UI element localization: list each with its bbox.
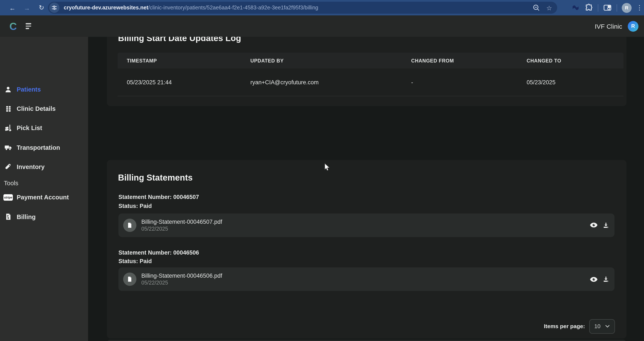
extensions-puzzle-icon[interactable] [584,4,593,12]
hand-truck-icon [4,124,13,132]
sidebar-nav: Patients Clinic Details P [0,37,88,341]
side-panel-search-icon[interactable] [603,4,612,12]
statement-status-line: Status: Paid [118,203,152,209]
stripe-badge-icon: stripe [4,194,13,200]
sidebar-item-transportation[interactable]: Transportation [0,140,88,155]
sidebar-item-label: Pick List [17,124,42,131]
url-text: cryofuture-dev.azurewebsites.net/clinic-… [64,5,318,11]
statement-status-value: Paid [140,203,152,209]
log-table-header: TIMESTAMP UPDATED BY CHANGED FROM CHANGE… [118,53,624,69]
chevron-down-icon [605,325,610,328]
browser-menu-button[interactable]: ⋮ [636,4,640,12]
column-header: CHANGED TO [526,58,624,63]
site-info-button[interactable] [49,3,60,13]
statement-status-line: Status: Paid [118,258,152,265]
download-file-icon[interactable] [602,221,610,229]
sidebar-item-patients[interactable]: Patients [0,82,88,97]
toolbar-divider [617,4,617,11]
column-header: CHANGED FROM [411,58,526,63]
statement-number-line: Statement Number: 00046507 [118,194,199,200]
forward-button[interactable]: → [22,4,32,11]
sidebar-item-inventory[interactable]: Inventory [0,160,88,174]
app-logo-icon[interactable]: C [10,21,17,32]
sidebar-item-label: Payment Account [17,194,69,201]
address-bar[interactable]: cryofuture-dev.azurewebsites.net/clinic-… [48,2,557,14]
items-per-page-select[interactable]: 10 [589,319,615,333]
billing-statements-panel: Billing Statements Statement Number: 000… [107,160,626,338]
paginator: Items per page: 10 [544,319,615,333]
extension-flag-icon[interactable] [571,4,580,12]
cell-updated-by: ryan+CIA@cryofuture.com [250,79,411,85]
statement-file-card[interactable]: Billing-Statement-00046506.pdf 05/22/202… [118,267,614,291]
file-name: Billing-Statement-00046506.pdf [141,272,222,279]
billing-log-panel: Billing Start Date Updates Log TIMESTAMP… [107,26,626,106]
cell-changed-to: 05/23/2025 [526,79,624,85]
sidebar-item-clinic-details[interactable]: Clinic Details [0,101,88,116]
cell-timestamp: 05/23/2025 21:44 [127,79,250,85]
file-date: 05/22/2025 [141,226,222,232]
mouse-cursor [324,163,330,172]
cell-changed-from: - [411,79,526,85]
zoom-indicator-icon[interactable] [532,4,540,12]
download-file-icon[interactable] [602,275,610,283]
next-section-panel-edge [107,339,626,341]
view-file-eye-icon[interactable] [589,275,598,283]
sidebar-item-label: Transportation [17,144,60,151]
sidebar-item-label: Patients [17,86,41,93]
patients-person-icon [4,85,13,93]
sidebar-item-label: Billing [17,213,36,220]
menu-toggle-button[interactable] [26,23,32,29]
sidebar-item-billing[interactable]: $ Billing [0,209,88,224]
app-header: C IVF Clinic R [0,16,644,37]
browser-toolbar: ← → ↻ cryofuture-dev.azurewebsites.net/c… [0,0,644,16]
statement-number-line: Statement Number: 00046506 [118,249,199,256]
items-per-page-label: Items per page: [544,323,585,329]
sidebar-item-label: Clinic Details [17,105,56,112]
grid-icon [4,105,13,112]
statements-panel-title: Billing Statements [118,172,193,182]
statement-number-value: 00046507 [174,194,199,200]
file-circle-icon [123,272,136,286]
clinic-name-label: IVF Clinic [595,23,622,30]
column-header: TIMESTAMP [127,58,250,63]
tune-icon [51,4,58,11]
statement-status-value: Paid [140,258,152,264]
file-date: 05/22/2025 [141,280,222,286]
bookmark-star-icon[interactable]: ☆ [546,5,552,11]
sidebar-item-label: Inventory [17,163,45,170]
screen: ← → ↻ cryofuture-dev.azurewebsites.net/c… [0,0,644,341]
billing-receipt-icon: $ [4,213,13,221]
sidebar-item-payment-account[interactable]: stripe Payment Account [0,190,88,204]
file-name: Billing-Statement-00046507.pdf [141,218,222,225]
svg-text:$: $ [7,216,9,219]
statement-file-card[interactable]: Billing-Statement-00046507.pdf 05/22/202… [118,213,614,237]
test-tube-icon [4,163,13,171]
back-button[interactable]: ← [7,4,18,11]
log-table-row: 05/23/2025 21:44 ryan+CIA@cryofuture.com… [118,69,624,96]
sidebar-item-pick-list[interactable]: Pick List [0,120,88,135]
items-per-page-value: 10 [594,323,600,329]
file-circle-icon [123,218,136,232]
statement-number-value: 00046506 [174,249,199,256]
view-file-eye-icon[interactable] [589,221,598,229]
truck-icon [4,143,13,151]
user-avatar[interactable]: R [628,21,638,32]
column-header: UPDATED BY [250,58,411,63]
browser-profile-avatar[interactable]: R [622,3,632,13]
reload-button[interactable]: ↻ [36,4,47,12]
sidebar-section-tools: Tools [4,180,18,187]
toolbar-divider [598,4,598,11]
